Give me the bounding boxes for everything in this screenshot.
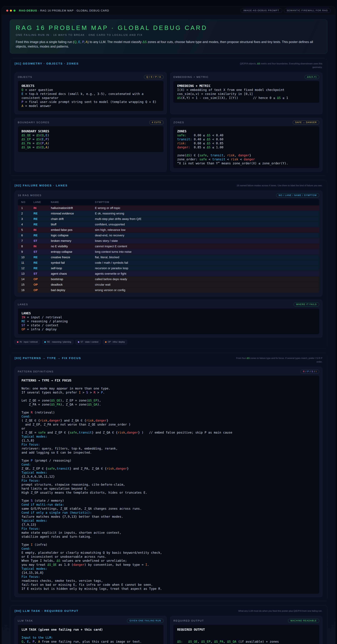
code-line: and add logging so E can be inspected. [22,450,316,454]
text-segment: A [86,40,88,44]
text-segment: , [80,40,82,44]
section-03-label: [03] PATTERNS → TYPE → FIX FOCUS [15,356,81,360]
text-segment: = input / retrieval [25,316,62,319]
text-segment: as 1.0 ( [56,563,73,566]
text-segment: If E exists but is hidden only by missin… [22,587,162,590]
text-segment: ≤ 1.00 [210,146,224,149]
code-line [22,494,316,498]
text-segment: safe: [177,134,186,137]
text-segment: IN [22,316,25,319]
titlebar-badges: IMAGE-AS-DEBUG PROMPT SEMANTIC FIREWALL … [240,8,331,13]
text-segment: E empty, placeholder or clearly mismatch… [22,551,162,554]
code-line: cos_sim(u,v) = cosine similarity in [0,1… [177,92,316,96]
text-segment: ≤ 1 [281,96,288,100]
panel-required-output: REQUIRED OUTPUT MACHINE-READABLE REQUIRE… [170,616,322,644]
text-segment: risk [227,154,234,157]
text-segment: metric and four boundaries. Everything d… [260,62,322,68]
app-brand: RAG-DEBUG [19,9,37,12]
text-segment: safe [48,467,55,470]
panel-required-output-label: REQUIRED OUTPUT [174,619,204,622]
lane-legend-label: RE · reasoning / planning [47,341,71,343]
code-line: LANES [22,311,316,315]
text-segment: safe [38,431,46,434]
panel-llm-task-badge: GIVEN ONE FAILING RUN [127,619,164,623]
text-segment: } ) // embed false positive; skip P as m… [138,431,232,434]
text-segment [183,640,188,643]
text-segment: transit [56,467,70,470]
code-line: danger: 0.85 ≤ ΔS ≤ 1.00 [177,145,316,149]
text-segment: {14,15,16,8} [22,571,44,574]
text-segment: ) ∈ { [190,154,199,157]
panel-zones: ZONES SAFE → DANGER ZONESsafe: 0.00 ≤ ΔS… [170,118,322,172]
column-header: NAME [51,199,95,205]
mode-cell-no: 7 [18,238,34,244]
text-segment: , [125,431,127,434]
text-segment: / [309,370,312,373]
text-segment: = [31,138,36,141]
mode-cell-no: 16 [18,288,34,293]
lane-tag: IN [34,228,36,232]
mode-cell-lane: ST [34,271,51,276]
text-segment: same Q/E/P/settings, Z_QE stable, Z_QA c… [22,507,142,510]
code-line: Cond: [22,414,316,418]
lane-legend-label: ST · state / context [80,341,98,343]
text-segment: , [77,431,79,434]
text-segment: safe [70,431,77,434]
mode-cell-sym: circular wait [95,282,319,288]
code-line: REQUIRED OUTPUT [177,628,316,632]
text-segment: Input to the LLM: [22,636,53,639]
text-segment: Note: one mode may appear in more than o… [22,387,110,390]
text-segment: } [106,419,108,422]
text-segment: risk [40,419,47,422]
mode-row: 11REsymbol failcode / math / symbols fai… [18,260,319,266]
text-segment: 0.85 ≤ [190,146,207,149]
poster-body: RAG 16 PROBLEM MAP · GLOBAL DEBUG CARD O… [2,15,335,644]
code-line: When Type I holds, ΔS values are undefin… [22,559,316,563]
text-segment: = reasoning / planning [25,320,68,323]
code-line: {14,15,16,8} [22,571,316,575]
code-line: Input to the LLM: [22,636,160,640]
text-segment: , [29,640,32,643]
text-segment: R [94,391,96,394]
text-segment: I [146,563,147,566]
text-segment: , [23,640,27,643]
mode-cell-lane: RE [34,266,51,271]
lane-tag: RE [34,234,38,237]
mode-cell-lane: ST [34,249,51,255]
mode-row: 1INhallucination/driftE wrong or off-top… [18,205,319,211]
text-segment: = model answer [23,104,51,108]
text-segment: risk [231,158,238,161]
panel-objects: OBJECTS Q / E / P / A OBJECTSQ = user qu… [15,72,167,114]
text-segment: = top-k retrieved docs (small k, e.g., 3… [22,92,146,100]
text-segment: } and Z_PA, Z_QA ∈ { [70,467,106,470]
code-line: ΔS_PA = ΔS(P,A) [22,141,160,145]
code-line: Typical modes: [22,434,316,438]
text-segment: > [81,391,86,394]
text-segment: (X,Y) = 1 - cos_sim(I(X), I(Y)) // hence… [181,96,277,100]
panel-llm-task: LLM TASK GIVEN ONE FAILING RUN LLM TASK … [15,616,167,644]
panel-required-output-badge: MACHINE-READABLE [288,619,319,623]
mode-cell-no: 5 [18,227,34,233]
code-line: stabilize agent roles and turn-taking. [22,535,316,539]
text-segment: Q [42,146,44,149]
mode-row: 12REself-looprecursion or paradox loop [18,266,319,271]
panel-boundary-badge: 4 CUTS [149,120,164,124]
text-segment: ΔS [142,40,147,44]
panel-zones-label: ZONES [174,121,184,124]
section-04-note: What any LLM must do when you feed this … [238,609,322,613]
code-line: P = final user-side prompt string sent t… [22,100,160,104]
mode-cell-sym: wrong version or config [95,288,319,293]
mode-cell-sym: called before deps ready [95,276,319,282]
lane-tag: RE [34,266,38,270]
mode-row: 10REcreative freezeflat, literal, blocke… [18,255,319,260]
text-segment: OP [22,328,25,331]
text-segment: , [34,640,38,643]
text-segment: , [234,154,238,157]
text-segment: , [210,640,214,643]
lane-color-dot-icon [78,341,79,343]
text-segment: > [88,391,94,394]
text-segment: Typical modes: [22,435,48,438]
text-segment: risk [86,419,94,422]
code-line [177,636,316,640]
text-segment: danger [238,154,249,157]
